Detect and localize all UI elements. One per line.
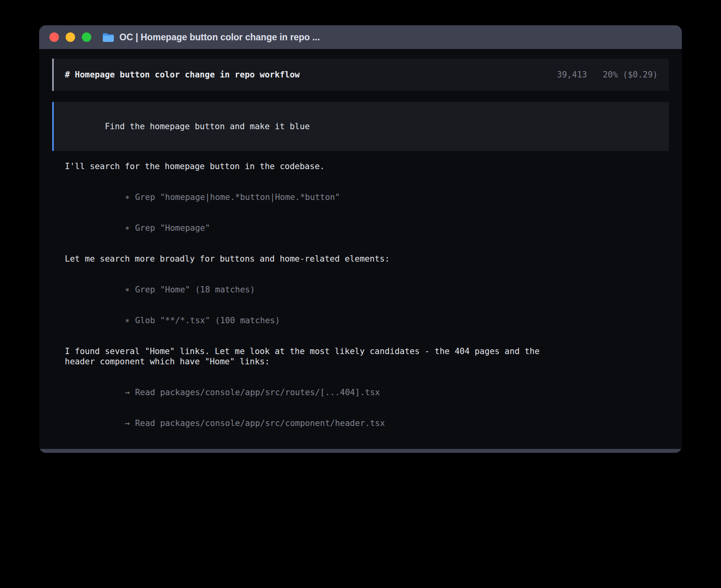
folder-icon	[102, 32, 114, 42]
tool-call: ∗Grep "Homepage"	[65, 213, 669, 243]
tool-call-text: Grep "Home" (18 matches)	[135, 285, 255, 294]
tool-call-text: Glob "**/*.tsx" (100 matches)	[135, 316, 280, 325]
token-count: 39,413	[557, 70, 587, 80]
titlebar-title-group: OC | Homepage button color change in rep…	[102, 32, 320, 43]
window-bottom-edge	[39, 449, 682, 453]
assistant-paragraph: Let me search more broadly for buttons a…	[65, 254, 559, 264]
assistant-paragraph: I found several "Home" links. Let me loo…	[65, 346, 559, 367]
arrow-right-icon: →	[125, 418, 130, 428]
arrow-right-icon: →	[125, 387, 130, 398]
terminal-content: # Homepage button color change in repo w…	[39, 49, 682, 449]
tool-asterisk-icon: ∗	[125, 285, 130, 295]
user-message-text: Find the homepage button and make it blu…	[105, 122, 310, 131]
read-call: →Read packages/console/app/src/component…	[65, 408, 669, 439]
tool-call-group: ∗Grep "Home" (18 matches) ∗Glob "**/*.ts…	[65, 274, 669, 336]
user-message: Find the homepage button and make it blu…	[52, 102, 669, 151]
tool-call: ∗Grep "homepage|home.*button|Home.*butto…	[65, 182, 669, 213]
titlebar[interactable]: OC | Homepage button color change in rep…	[39, 25, 682, 49]
desktop: OC | Homepage button color change in rep…	[0, 0, 721, 588]
read-call-group: →Read packages/console/app/src/routes/[.…	[65, 377, 669, 453]
context-usage: 20% ($0.29)	[603, 70, 658, 80]
tool-asterisk-icon: ∗	[125, 192, 130, 202]
session-stats: 39,413 20% ($0.29)	[557, 70, 658, 80]
tool-call-group: ∗Grep "homepage|home.*button|Home.*butto…	[65, 182, 669, 243]
read-call: →Read packages/console/app/src/routes/[.…	[65, 377, 669, 408]
close-button[interactable]	[49, 32, 59, 42]
tool-call-text: Grep "homepage|home.*button|Home.*button…	[135, 192, 340, 202]
read-call-text: Read packages/console/app/src/routes/[..…	[135, 388, 380, 397]
tool-call-text: Grep "Homepage"	[135, 223, 210, 233]
assistant-paragraph: I'll search for the homepage button in t…	[65, 161, 559, 172]
tool-call: ∗Glob "**/*.tsx" (100 matches)	[65, 305, 669, 336]
assistant-response: I'll search for the homepage button in t…	[52, 161, 669, 453]
read-call-text: Read packages/console/app/src/component/…	[135, 418, 385, 428]
tool-asterisk-icon: ∗	[125, 315, 130, 326]
terminal-window: OC | Homepage button color change in rep…	[39, 25, 682, 453]
session-header: # Homepage button color change in repo w…	[52, 58, 669, 91]
session-title: # Homepage button color change in repo w…	[65, 70, 300, 80]
minimize-button[interactable]	[66, 32, 75, 42]
tool-call: ∗Grep "Home" (18 matches)	[65, 274, 669, 305]
traffic-lights	[49, 32, 91, 42]
zoom-button[interactable]	[82, 32, 91, 42]
window-title: OC | Homepage button color change in rep…	[119, 32, 320, 43]
tool-asterisk-icon: ∗	[125, 223, 130, 233]
